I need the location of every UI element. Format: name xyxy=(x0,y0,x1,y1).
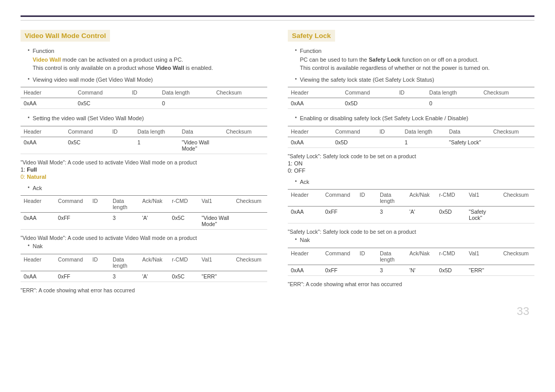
right-get-d5 xyxy=(480,98,534,108)
left-section-title: Video Wall Mode Control xyxy=(21,30,110,42)
top-bar xyxy=(21,15,534,17)
right-nak-h6: r-CMD xyxy=(436,248,466,265)
right-set-h3: ID xyxy=(376,126,401,137)
left-viewing-label: Viewing video wall mode (Get Video Wall … xyxy=(33,76,153,84)
right-nak-h7: Val1 xyxy=(466,248,500,265)
right-bullet-dot-5: • xyxy=(295,236,297,242)
right-set-data-row: 0xAA 0x5D 1 "Safety Lock" xyxy=(288,137,534,148)
right-nak-bullet: • Nak xyxy=(295,236,534,245)
left-set-h4: Data length xyxy=(134,126,178,137)
right-mode-val1: 1: ON xyxy=(288,160,534,166)
left-nak-d6: 0x5C xyxy=(169,271,199,282)
right-ack-d1: 0xAA xyxy=(288,207,322,223)
right-set-h1: Header xyxy=(288,126,332,137)
right-ack-d2: 0xFF xyxy=(322,207,357,223)
right-err-note: "ERR": A code showing what error has occ… xyxy=(288,281,534,287)
left-nak-h8: Checksum xyxy=(233,254,267,271)
right-ack-d6: 0x5D xyxy=(436,207,466,223)
bullet-dot-1: • xyxy=(28,47,30,53)
right-ack-h3: ID xyxy=(357,190,377,206)
right-set-d4: 1 xyxy=(401,137,446,147)
left-nak-h3: ID xyxy=(89,254,109,271)
right-nak-h2: Command xyxy=(322,248,357,265)
left-nak-h4: Datalength xyxy=(109,254,139,271)
right-ack-h7: Val1 xyxy=(466,190,500,206)
right-get-d1: 0xAA xyxy=(288,98,342,108)
left-column: Video Wall Mode Control • Function Video… xyxy=(21,30,267,294)
left-mode-val0: 0: Natural xyxy=(21,174,267,180)
left-get-d4: 0 xyxy=(159,98,213,108)
left-nak-d1: 0xAA xyxy=(21,271,55,282)
right-bullet-dot-3: • xyxy=(295,115,297,120)
right-viewing-bullet: • Viewing the safety lock state (Get Saf… xyxy=(295,76,534,84)
right-ack-d3 xyxy=(357,207,377,223)
left-set-h5: Data xyxy=(179,126,223,137)
right-set-h6: Checksum xyxy=(490,126,534,137)
left-nak-bullet: • Nak xyxy=(28,242,267,251)
left-set-header-row: Header Command ID Data length Data Check… xyxy=(21,126,267,137)
right-get-h2: Command xyxy=(342,87,396,98)
left-set-d3 xyxy=(109,137,134,154)
right-set-d1: 0xAA xyxy=(288,137,332,147)
left-get-d2: 0x5C xyxy=(75,98,128,108)
left-function-label: Function xyxy=(33,48,54,54)
left-set-d6 xyxy=(223,137,267,154)
left-set-d4: 1 xyxy=(134,137,178,154)
left-set-h3: ID xyxy=(109,126,134,137)
left-function-line2: This control is only available on a prod… xyxy=(33,65,213,71)
right-get-h4: Data length xyxy=(426,87,480,98)
right-ack-d8 xyxy=(500,207,534,223)
right-nak-d8 xyxy=(500,265,534,275)
right-nak-d5: 'N' xyxy=(406,265,436,275)
right-get-d2: 0x5D xyxy=(342,98,396,108)
left-ack-d1: 0xAA xyxy=(21,213,55,229)
right-nak-label: Nak xyxy=(300,236,310,245)
left-ack-h8: Checksum xyxy=(233,196,267,212)
right-ack-h5: Ack/Nak xyxy=(406,190,436,206)
left-nak-label: Nak xyxy=(33,242,43,251)
right-get-h1: Header xyxy=(288,87,342,98)
right-set-d3 xyxy=(376,137,401,147)
right-nak-d3 xyxy=(357,265,377,275)
left-nak-h7: Val1 xyxy=(198,254,233,271)
left-nak-h1: Header xyxy=(21,254,55,271)
left-set-d5: "Video Wall Mode" xyxy=(179,137,223,154)
left-ack-table: Header Command ID Datalength Ack/Nak r-C… xyxy=(21,195,267,230)
left-ack-d5: 'A' xyxy=(139,213,169,229)
right-function-line1: PC can be used to turn the Safety Lock f… xyxy=(300,57,479,63)
left-ack-h3: ID xyxy=(89,196,109,212)
left-get-h3: ID xyxy=(129,87,159,98)
right-get-table: Header Command ID Data length Checksum 0… xyxy=(288,87,534,109)
right-bullet-dot-1: • xyxy=(295,47,297,53)
right-function-bullet: • Function PC can be used to turn the Sa… xyxy=(295,47,534,72)
left-get-d3 xyxy=(129,98,159,108)
left-ack-bullet: • Ack xyxy=(28,184,267,193)
left-nak-d3 xyxy=(89,271,109,282)
left-get-h1: Header xyxy=(21,87,75,98)
right-nak-table: Header Command ID Datalength Ack/Nak r-C… xyxy=(288,248,534,276)
right-set-d6 xyxy=(490,137,534,147)
left-ack-d4: 3 xyxy=(109,213,139,229)
right-column: Safety Lock • Function PC can be used to… xyxy=(288,30,534,294)
left-get-data-row: 0xAA 0x5C 0 xyxy=(21,98,267,109)
right-nak-d1: 0xAA xyxy=(288,265,322,275)
left-function-line1: Video Wall mode can be activated on a pr… xyxy=(33,57,183,63)
left-nak-h6: r-CMD xyxy=(169,254,199,271)
left-nak-d8 xyxy=(233,271,267,282)
left-set-d2: 0x5C xyxy=(65,137,109,154)
right-bullet-dot-2: • xyxy=(295,76,297,82)
left-set-h6: Checksum xyxy=(223,126,267,137)
right-ack-table: Header Command ID Datalength Ack/Nak r-C… xyxy=(288,189,534,223)
left-set-h2: Command xyxy=(65,126,109,137)
left-err-note: "ERR": A code showing what error has occ… xyxy=(21,287,267,293)
left-get-h4: Data length xyxy=(159,87,213,98)
left-nak-h5: Ack/Nak xyxy=(139,254,169,271)
right-mode-note: "Safety Lock": Safety lock code to be se… xyxy=(288,153,534,159)
left-get-h2: Command xyxy=(75,87,128,98)
left-nak-d7: "ERR" xyxy=(198,271,233,282)
bullet-dot-5: • xyxy=(28,242,30,248)
right-set-h4: Data length xyxy=(401,126,446,137)
right-ack-h6: r-CMD xyxy=(436,190,466,206)
left-nak-d2: 0xFF xyxy=(55,271,89,282)
right-bullet-dot-4: • xyxy=(295,178,297,184)
